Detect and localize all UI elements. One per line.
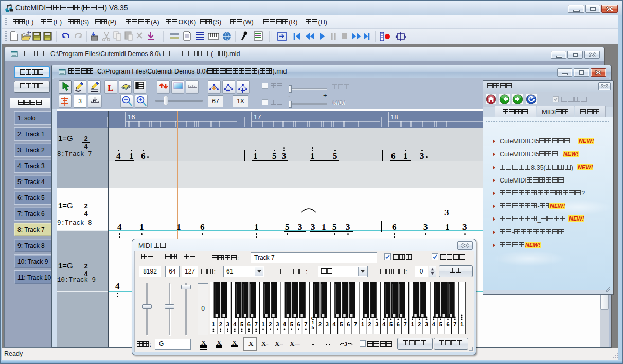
svg-text:5: 5 (439, 321, 442, 327)
svg-text:3: 3 (276, 321, 279, 327)
svg-text:3: 3 (344, 341, 348, 347)
svg-text:6: 6 (446, 321, 449, 327)
svg-text:L: L (108, 83, 113, 93)
svg-text:7: 7 (255, 321, 258, 327)
svg-text:1: 1 (361, 321, 364, 327)
svg-text:1: 1 (460, 321, 464, 327)
svg-text:4: 4 (382, 321, 386, 327)
svg-text:5: 5 (240, 321, 243, 327)
svg-text:2: 2 (418, 321, 421, 327)
svg-text:3: 3 (375, 321, 378, 327)
svg-text:4: 4 (283, 321, 287, 327)
svg-text:2: 2 (219, 321, 222, 327)
svg-text:5: 5 (312, 324, 315, 330)
svg-text:2: 2 (368, 321, 371, 327)
svg-text:5: 5 (290, 321, 293, 327)
svg-text:1: 1 (212, 321, 215, 327)
svg-text:17: 17 (254, 113, 261, 121)
svg-text:6: 6 (347, 321, 350, 327)
svg-text:7: 7 (404, 321, 407, 327)
svg-text:3: 3 (326, 321, 329, 327)
svg-text:1: 1 (411, 321, 414, 327)
svg-text:16: 16 (128, 113, 135, 121)
svg-text:4: 4 (233, 321, 237, 327)
svg-text:5: 5 (340, 321, 343, 327)
svg-text:18: 18 (390, 113, 398, 121)
svg-text:6: 6 (297, 321, 300, 327)
svg-text:3: 3 (425, 321, 428, 327)
svg-text:2: 2 (269, 321, 272, 327)
svg-text:3: 3 (226, 321, 229, 327)
svg-text:4: 4 (333, 321, 336, 327)
svg-text:6: 6 (247, 321, 251, 327)
svg-text:7: 7 (453, 321, 456, 327)
svg-text:5: 5 (389, 321, 393, 327)
svg-text:2: 2 (318, 321, 322, 327)
svg-text:6: 6 (397, 321, 400, 327)
svg-text:7: 7 (304, 321, 307, 327)
svg-text:4: 4 (432, 321, 436, 327)
svg-text:1: 1 (261, 321, 264, 327)
svg-text:7: 7 (354, 321, 357, 327)
